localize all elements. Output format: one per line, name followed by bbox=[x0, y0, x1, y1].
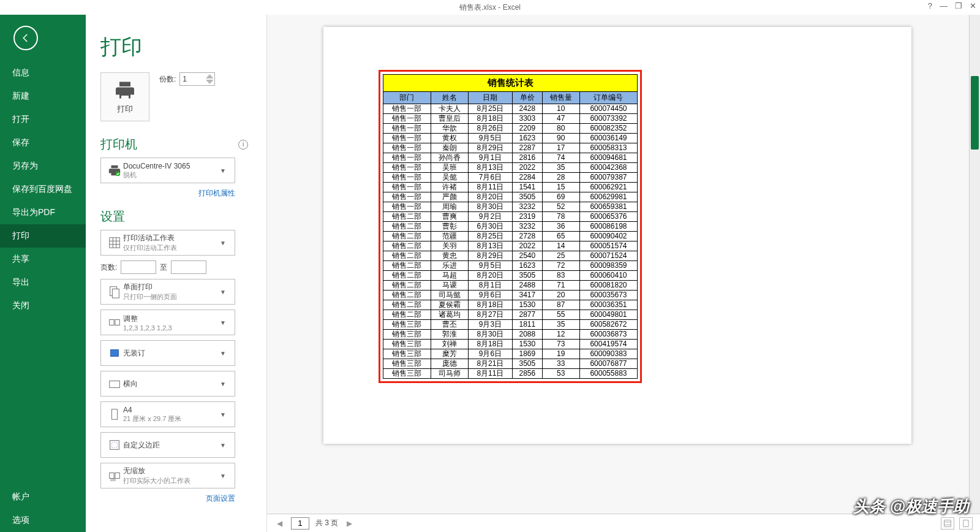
table-row: 销售三部庞德8月21日350533600076877 bbox=[383, 359, 638, 369]
page-setup-link[interactable]: 页面设置 bbox=[100, 493, 235, 504]
orientation-dropdown[interactable]: 横向 ▼ bbox=[100, 371, 235, 397]
copies-label: 份数: bbox=[159, 74, 176, 85]
nav-item[interactable]: 导出 bbox=[0, 271, 86, 294]
nav-item[interactable]: 打印 bbox=[0, 224, 86, 248]
data-table: 部门姓名日期单价销售量订单编号 销售一部卡夫人8月25日242810600074… bbox=[383, 91, 638, 379]
collate-icon bbox=[106, 316, 123, 329]
chevron-down-icon: ▼ bbox=[220, 289, 230, 295]
table-row: 销售二部黄忠8月29日254025600071524 bbox=[383, 251, 638, 261]
nav-item[interactable]: 关闭 bbox=[0, 294, 86, 317]
chevron-down-icon: ▼ bbox=[220, 411, 230, 418]
page-title: 打印 bbox=[100, 33, 266, 61]
table-row: 销售二部关羽8月13日202214600051574 bbox=[383, 241, 638, 251]
settings-section-header: 设置 bbox=[100, 208, 125, 225]
nav-item[interactable]: 选项 bbox=[0, 509, 86, 532]
chevron-down-icon: ▼ bbox=[220, 350, 230, 357]
backstage-sidebar: 信息新建打开保存另存为保存到百度网盘导出为PDF打印共享导出关闭 帐户选项 bbox=[0, 15, 86, 532]
nav-item[interactable]: 信息 bbox=[0, 61, 86, 85]
table-row: 销售三部糜芳9月6日186919600090383 bbox=[383, 349, 638, 359]
nav-item[interactable]: 共享 bbox=[0, 248, 86, 271]
table-row: 销售二部诸葛均8月27日287755600049801 bbox=[383, 310, 638, 320]
table-row: 销售一部卡夫人8月25日242810600074450 bbox=[383, 104, 638, 114]
chevron-down-icon: ▼ bbox=[220, 473, 230, 479]
table-row: 销售二部司马懿9月6日341720600035673 bbox=[383, 291, 638, 300]
svg-rect-11 bbox=[110, 381, 120, 387]
table-header: 日期 bbox=[468, 92, 512, 104]
table-row: 销售一部秦朗8月29日228717600058313 bbox=[383, 143, 638, 153]
svg-rect-16 bbox=[115, 473, 119, 478]
svg-rect-1 bbox=[110, 238, 120, 248]
table-row: 销售一部吴班8月13日202235600042368 bbox=[383, 163, 638, 173]
pages-to-label: 至 bbox=[160, 262, 167, 273]
help-icon[interactable]: ? bbox=[928, 1, 932, 10]
svg-rect-18 bbox=[944, 520, 951, 526]
back-button[interactable] bbox=[13, 26, 38, 50]
maximize-button[interactable]: ❐ bbox=[955, 1, 962, 10]
print-preview-area: 销售统计表 部门姓名日期单价销售量订单编号 销售一部卡夫人8月25日242810… bbox=[266, 15, 980, 532]
nav-item[interactable]: 打开 bbox=[0, 108, 86, 131]
scaling-icon: 100 bbox=[106, 469, 123, 482]
table-row: 销售一部华歆8月26日220980600082352 bbox=[383, 124, 638, 134]
svg-rect-8 bbox=[110, 319, 114, 325]
scaling-dropdown[interactable]: 100 无缩放打印实际大小的工作表 ▼ bbox=[100, 463, 235, 488]
print-button[interactable]: 打印 bbox=[100, 72, 149, 121]
margins-icon bbox=[106, 438, 123, 452]
next-page-button[interactable]: ▶ bbox=[344, 519, 355, 528]
table-row: 销售二部曹彰6月30日323236600086198 bbox=[383, 222, 638, 232]
printer-dropdown[interactable]: DocuCentre-IV 3065 脱机 ▼ bbox=[100, 158, 235, 183]
printer-section-header: 打印机 bbox=[100, 136, 137, 153]
table-header: 部门 bbox=[383, 92, 431, 104]
svg-rect-14 bbox=[111, 442, 117, 447]
zoom-to-page-button[interactable] bbox=[959, 517, 973, 530]
landscape-icon bbox=[106, 377, 123, 390]
staple-icon bbox=[106, 346, 123, 360]
single-side-icon bbox=[106, 285, 123, 298]
minimize-button[interactable]: — bbox=[940, 1, 948, 10]
table-header: 单价 bbox=[513, 92, 543, 104]
table-row: 销售一部严颜8月20日350569600629981 bbox=[383, 192, 638, 202]
pages-label: 页数: bbox=[100, 262, 117, 273]
svg-rect-12 bbox=[111, 409, 117, 420]
vertical-scrollbar[interactable] bbox=[969, 15, 980, 514]
table-row: 销售二部马超8月20日350583600060410 bbox=[383, 271, 638, 281]
svg-rect-21 bbox=[963, 520, 968, 526]
nav-item[interactable]: 导出为PDF bbox=[0, 201, 86, 224]
staple-dropdown[interactable]: 无装订 ▼ bbox=[100, 340, 235, 366]
prev-page-button[interactable]: ◀ bbox=[274, 519, 285, 528]
close-button[interactable]: ✕ bbox=[970, 1, 976, 10]
title-bar: 销售表.xlsx - Excel ? — ❐ ✕ bbox=[0, 0, 980, 15]
table-row: 销售一部许褚8月11日154115600062921 bbox=[383, 183, 638, 192]
nav-item[interactable]: 帐户 bbox=[0, 485, 86, 509]
info-icon[interactable]: i bbox=[238, 140, 248, 150]
collate-dropdown[interactable]: 调整1,2,3 1,2,3 1,2,3 ▼ bbox=[100, 310, 235, 335]
chevron-down-icon: ▼ bbox=[220, 240, 230, 246]
table-row: 销售二部曹爽9月2日231978600065376 bbox=[383, 212, 638, 222]
paper-icon bbox=[106, 408, 123, 421]
table-header: 订单编号 bbox=[579, 92, 637, 104]
chevron-down-icon: ▼ bbox=[220, 381, 230, 387]
chevron-down-icon: ▼ bbox=[220, 319, 230, 326]
printer-icon bbox=[106, 164, 123, 177]
nav-item[interactable]: 新建 bbox=[0, 85, 86, 108]
copies-spinner[interactable]: 1 bbox=[179, 72, 215, 86]
table-row: 销售二部夏侯霸8月18日153087600036351 bbox=[383, 300, 638, 310]
nav-item[interactable]: 保存到百度网盘 bbox=[0, 178, 86, 201]
page-total-label: 共 3 页 bbox=[315, 518, 338, 528]
pages-from-input[interactable] bbox=[121, 260, 156, 274]
sides-dropdown[interactable]: 单面打印只打印一侧的页面 ▼ bbox=[100, 279, 235, 305]
nav-item[interactable]: 另存为 bbox=[0, 154, 86, 178]
show-margins-button[interactable] bbox=[941, 517, 954, 530]
window-controls: ? — ❐ ✕ bbox=[928, 1, 976, 10]
table-header: 姓名 bbox=[431, 92, 468, 104]
margins-dropdown[interactable]: 自定义边距 ▼ bbox=[100, 432, 235, 458]
table-row: 销售二部马谡8月1日248871600081820 bbox=[383, 281, 638, 291]
svg-rect-9 bbox=[115, 319, 119, 325]
print-scope-dropdown[interactable]: 打印活动工作表仅打印活动工作表 ▼ bbox=[100, 230, 235, 256]
current-page-input[interactable] bbox=[291, 517, 309, 530]
pages-to-input[interactable] bbox=[171, 260, 206, 274]
paper-size-dropdown[interactable]: A421 厘米 x 29.7 厘米 ▼ bbox=[100, 401, 235, 427]
table-row: 销售一部吴懿7月6日228428600079387 bbox=[383, 173, 638, 183]
svg-text:100: 100 bbox=[110, 478, 116, 482]
nav-item[interactable]: 保存 bbox=[0, 131, 86, 154]
printer-properties-link[interactable]: 打印机属性 bbox=[100, 188, 235, 199]
